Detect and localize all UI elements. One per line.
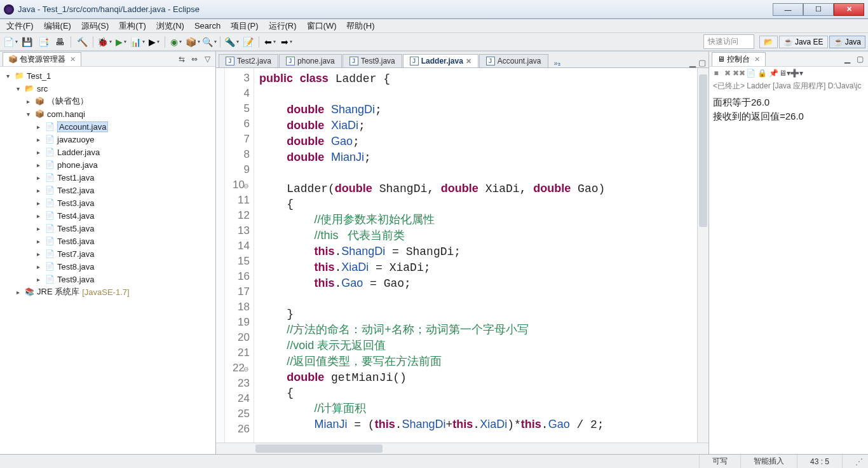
tree-file[interactable]: ▸📄Test9.java [1, 273, 214, 286]
terminate-icon[interactable]: ■ [710, 67, 722, 79]
console-output[interactable]: 面积等于26.0 接收到的返回值=26.0 [709, 93, 868, 454]
menu-source[interactable]: 源码(S) [78, 19, 112, 33]
package-explorer-tab[interactable]: 📦 包资源管理器 ✕ [3, 52, 81, 66]
more-tabs-indicator[interactable]: »₂ [552, 59, 563, 67]
open-perspective-button[interactable]: 📂 [759, 36, 778, 48]
close-button[interactable]: ✕ [834, 3, 864, 16]
tree-file[interactable]: ▸📄Account.java [1, 120, 214, 133]
tree-package-com-hanqi[interactable]: ▾📦com.hanqi [1, 107, 214, 120]
maximize-view-icon[interactable]: ▢ [854, 53, 865, 65]
scroll-lock-icon[interactable]: 🔒 [756, 67, 768, 79]
java-file-icon: J [486, 57, 495, 65]
run-button[interactable]: ▶ [113, 35, 128, 49]
minimize-button[interactable]: — [773, 3, 803, 16]
new-button[interactable]: 📄 [3, 35, 18, 49]
console-run-status: <已终止> Ladder [Java 应用程序] D:\Java\jc [709, 79, 868, 93]
tree-file[interactable]: ▸📄Ladder.java [1, 146, 214, 158]
toolbar-separator [93, 36, 93, 48]
java-file-icon: J [349, 57, 358, 65]
code-editor[interactable]: public class Ladder { double ShangDi; do… [254, 68, 697, 443]
toolbar-separator [259, 36, 259, 48]
menu-window[interactable]: 窗口(W) [303, 19, 341, 33]
tree-file[interactable]: ▸📄Test7.java [1, 247, 214, 260]
status-writable: 可写 [699, 455, 740, 468]
java-file-icon: 📄 [44, 223, 55, 233]
pin-console-icon[interactable]: 📌 [768, 67, 779, 79]
maximize-view-icon[interactable]: ▢ [698, 58, 706, 67]
menu-file[interactable]: 文件(F) [3, 19, 37, 33]
java-file-icon: 📄 [44, 185, 55, 195]
view-menu-icon[interactable]: ▽ [201, 53, 213, 65]
tree-jre-library[interactable]: ▸📚JRE 系统库 [JavaSE-1.7] [1, 286, 214, 298]
editor-tab[interactable]: JLadder.java✕ [403, 54, 478, 67]
editor-tab[interactable]: JTest9.java [342, 54, 402, 67]
tree-src-folder[interactable]: ▾📂src [1, 82, 214, 95]
back-button[interactable]: ⬅ [262, 35, 278, 49]
print-button[interactable]: 🖶 [52, 35, 67, 49]
search-button[interactable]: 🔦 [224, 35, 239, 49]
minimize-view-icon[interactable]: ▁ [689, 58, 696, 67]
open-type-button[interactable]: 🔍 [201, 35, 217, 49]
coverage-button[interactable]: 📊 [130, 35, 145, 49]
tree-project[interactable]: ▾📁Test_1 [1, 69, 214, 82]
horizontal-scrollbar[interactable] [254, 443, 697, 454]
maximize-button[interactable]: ☐ [803, 3, 834, 16]
debug-button[interactable]: 🐞 [97, 35, 112, 49]
close-tab-icon[interactable]: ✕ [466, 57, 471, 65]
run-last-button[interactable]: ▶ [146, 35, 161, 49]
link-editor-icon[interactable]: ⇔ [189, 53, 200, 65]
tree-default-package[interactable]: ▸📦（缺省包） [1, 95, 214, 107]
vertical-scrollbar[interactable] [697, 68, 709, 443]
tree-file[interactable]: ▸📄phone.java [1, 158, 214, 171]
menu-search[interactable]: Search [191, 20, 224, 32]
quick-access-input[interactable]: 快速访问 [703, 34, 754, 49]
editor-tab[interactable]: JTest2.java [219, 54, 278, 67]
java-file-icon: 📄 [44, 147, 55, 157]
editor-tabstrip: JTest2.javaJphone.javaJTest9.javaJLadder… [216, 52, 709, 68]
console-tab[interactable]: 🖥 控制台 ✕ [712, 52, 766, 66]
editor-tab[interactable]: Jphone.java [279, 54, 342, 67]
editor-tab[interactable]: JAccount.java [479, 54, 548, 67]
forward-button[interactable]: ➡ [279, 35, 294, 49]
tree-file[interactable]: ▸📄javazuoye [1, 133, 214, 146]
remove-launch-icon[interactable]: ✖ [722, 67, 733, 79]
tree-file[interactable]: ▸📄Test5.java [1, 222, 214, 235]
menu-run[interactable]: 运行(R) [265, 19, 301, 33]
perspective-java[interactable]: ☕Java [829, 36, 865, 48]
collapse-all-icon[interactable]: ⇆ [176, 53, 187, 65]
console-line: 面积等于26.0 [713, 95, 864, 109]
tab-label: Test2.java [237, 57, 271, 65]
tree-file[interactable]: ▸📄Test1.java [1, 171, 214, 184]
package-explorer-title: 包资源管理器 [20, 54, 65, 65]
java-file-icon: J [410, 57, 419, 65]
menu-refactor[interactable]: 重构(T) [115, 19, 150, 33]
minimize-view-icon[interactable]: ▁ [841, 53, 853, 65]
save-button[interactable]: 💾 [19, 35, 34, 49]
save-all-button[interactable]: 📑 [36, 35, 51, 49]
tree-file[interactable]: ▸📄Test3.java [1, 196, 214, 209]
build-button[interactable]: 🔨 [74, 35, 90, 49]
marker-column [216, 68, 225, 443]
menu-project[interactable]: 项目(P) [227, 19, 262, 33]
close-icon[interactable]: ✕ [70, 55, 76, 64]
tree-file[interactable]: ▸📄Test4.java [1, 209, 214, 222]
tree-file[interactable]: ▸📄Test6.java [1, 235, 214, 247]
display-console-icon[interactable]: 🖥▾ [779, 67, 790, 79]
open-console-icon[interactable]: ➕▾ [790, 67, 802, 79]
resize-grip[interactable]: ⋰ [842, 455, 868, 468]
new-package-button[interactable]: 📦 [185, 35, 200, 49]
project-tree[interactable]: ▾📁Test_1 ▾📂src ▸📦（缺省包） ▾📦com.hanqi ▸📄Acc… [0, 67, 215, 301]
new-class-button[interactable]: ◉ [168, 35, 184, 49]
menu-edit[interactable]: 编辑(E) [40, 19, 75, 33]
java-file-icon: 📄 [44, 236, 55, 246]
clear-console-icon[interactable]: 📄 [745, 67, 756, 79]
menu-navigate[interactable]: 浏览(N) [153, 19, 188, 33]
tree-file[interactable]: ▸📄Test2.java [1, 184, 214, 196]
close-icon[interactable]: ✕ [754, 55, 760, 64]
console-title: 控制台 [727, 54, 750, 65]
perspective-java-ee[interactable]: ☕Java EE [779, 36, 828, 48]
tree-file[interactable]: ▸📄Test8.java [1, 260, 214, 273]
menu-help[interactable]: 帮助(H) [342, 19, 378, 33]
annotations-button[interactable]: 📝 [240, 35, 255, 49]
remove-all-icon[interactable]: ✖✖ [733, 67, 745, 79]
